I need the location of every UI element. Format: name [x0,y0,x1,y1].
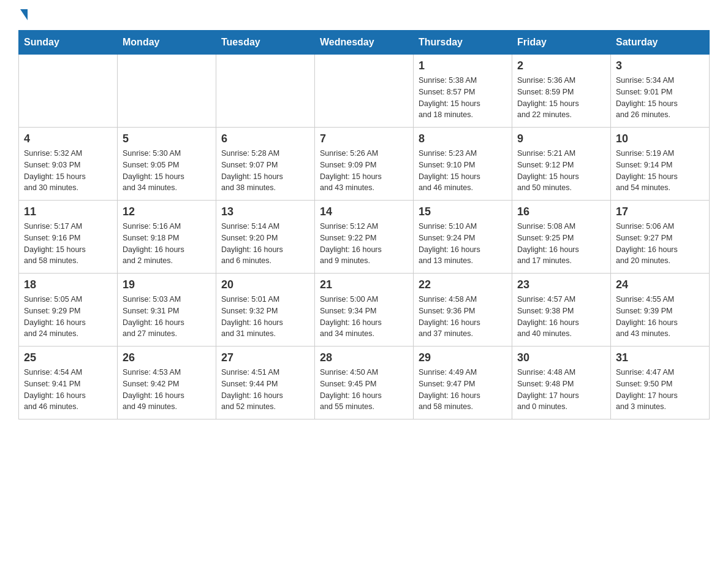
calendar-day-cell [19,55,118,128]
day-number: 3 [616,59,704,72]
day-info: Sunrise: 5:32 AMSunset: 9:03 PMDaylight:… [24,148,112,194]
calendar-day-cell: 3Sunrise: 5:34 AMSunset: 9:01 PMDaylight… [611,55,710,128]
day-number: 6 [221,132,309,145]
day-info: Sunrise: 5:10 AMSunset: 9:24 PMDaylight:… [419,221,507,267]
day-number: 23 [517,278,605,291]
day-number: 1 [419,59,507,72]
day-number: 24 [616,278,704,291]
day-number: 31 [616,351,704,364]
logo-triangle-icon [20,9,28,20]
calendar-day-cell: 9Sunrise: 5:21 AMSunset: 9:12 PMDaylight… [512,128,611,201]
calendar-day-cell: 20Sunrise: 5:01 AMSunset: 9:32 PMDayligh… [216,274,315,347]
day-info: Sunrise: 5:21 AMSunset: 9:12 PMDaylight:… [517,148,605,194]
day-info: Sunrise: 4:53 AMSunset: 9:42 PMDaylight:… [123,367,211,413]
calendar-day-cell: 24Sunrise: 4:55 AMSunset: 9:39 PMDayligh… [611,274,710,347]
calendar-day-cell: 5Sunrise: 5:30 AMSunset: 9:05 PMDaylight… [118,128,216,201]
calendar-day-cell [216,55,315,128]
day-info: Sunrise: 5:12 AMSunset: 9:22 PMDaylight:… [320,221,408,267]
day-number: 19 [123,278,211,291]
calendar-day-cell: 7Sunrise: 5:26 AMSunset: 9:09 PMDaylight… [315,128,414,201]
day-number: 18 [24,278,112,291]
day-info: Sunrise: 5:34 AMSunset: 9:01 PMDaylight:… [616,75,704,121]
calendar-day-cell: 11Sunrise: 5:17 AMSunset: 9:16 PMDayligh… [19,201,118,274]
day-number: 10 [616,132,704,145]
day-info: Sunrise: 4:55 AMSunset: 9:39 PMDaylight:… [616,294,704,340]
calendar-day-cell: 27Sunrise: 4:51 AMSunset: 9:44 PMDayligh… [216,347,315,419]
day-info: Sunrise: 4:51 AMSunset: 9:44 PMDaylight:… [221,367,309,413]
calendar-day-cell: 18Sunrise: 5:05 AMSunset: 9:29 PMDayligh… [19,274,118,347]
calendar-day-cell: 6Sunrise: 5:28 AMSunset: 9:07 PMDaylight… [216,128,315,201]
day-number: 29 [419,351,507,364]
day-number: 26 [123,351,211,364]
calendar-week-row: 4Sunrise: 5:32 AMSunset: 9:03 PMDaylight… [19,128,710,201]
page-header [18,12,710,18]
calendar-day-cell: 15Sunrise: 5:10 AMSunset: 9:24 PMDayligh… [414,201,512,274]
day-number: 20 [221,278,309,291]
day-info: Sunrise: 5:26 AMSunset: 9:09 PMDaylight:… [320,148,408,194]
day-number: 15 [419,205,507,218]
calendar-day-cell: 17Sunrise: 5:06 AMSunset: 9:27 PMDayligh… [611,201,710,274]
day-info: Sunrise: 5:01 AMSunset: 9:32 PMDaylight:… [221,294,309,340]
day-info: Sunrise: 5:17 AMSunset: 9:16 PMDaylight:… [24,221,112,267]
day-info: Sunrise: 4:54 AMSunset: 9:41 PMDaylight:… [24,367,112,413]
day-of-week-header: Friday [512,31,611,55]
day-info: Sunrise: 5:05 AMSunset: 9:29 PMDaylight:… [24,294,112,340]
day-number: 16 [517,205,605,218]
day-info: Sunrise: 5:23 AMSunset: 9:10 PMDaylight:… [419,148,507,194]
day-number: 21 [320,278,408,291]
calendar-day-cell: 21Sunrise: 5:00 AMSunset: 9:34 PMDayligh… [315,274,414,347]
day-info: Sunrise: 5:19 AMSunset: 9:14 PMDaylight:… [616,148,704,194]
calendar-day-cell: 29Sunrise: 4:49 AMSunset: 9:47 PMDayligh… [414,347,512,419]
day-of-week-header: Saturday [611,31,710,55]
day-number: 28 [320,351,408,364]
day-of-week-header: Wednesday [315,31,414,55]
calendar-day-cell: 1Sunrise: 5:38 AMSunset: 8:57 PMDaylight… [414,55,512,128]
day-info: Sunrise: 4:49 AMSunset: 9:47 PMDaylight:… [419,367,507,413]
day-number: 9 [517,132,605,145]
day-number: 8 [419,132,507,145]
day-of-week-header: Sunday [19,31,118,55]
calendar-day-cell: 23Sunrise: 4:57 AMSunset: 9:38 PMDayligh… [512,274,611,347]
calendar-day-cell: 12Sunrise: 5:16 AMSunset: 9:18 PMDayligh… [118,201,216,274]
day-number: 13 [221,205,309,218]
calendar-day-cell: 26Sunrise: 4:53 AMSunset: 9:42 PMDayligh… [118,347,216,419]
day-info: Sunrise: 5:16 AMSunset: 9:18 PMDaylight:… [123,221,211,267]
day-of-week-header: Thursday [414,31,512,55]
day-number: 30 [517,351,605,364]
day-number: 2 [517,59,605,72]
calendar-week-row: 11Sunrise: 5:17 AMSunset: 9:16 PMDayligh… [19,201,710,274]
calendar-day-cell: 16Sunrise: 5:08 AMSunset: 9:25 PMDayligh… [512,201,611,274]
day-info: Sunrise: 5:30 AMSunset: 9:05 PMDaylight:… [123,148,211,194]
day-number: 12 [123,205,211,218]
calendar-table: SundayMondayTuesdayWednesdayThursdayFrid… [18,30,710,419]
day-of-week-header: Monday [118,31,216,55]
day-info: Sunrise: 4:47 AMSunset: 9:50 PMDaylight:… [616,367,704,413]
day-number: 11 [24,205,112,218]
calendar-day-cell: 13Sunrise: 5:14 AMSunset: 9:20 PMDayligh… [216,201,315,274]
calendar-day-cell: 14Sunrise: 5:12 AMSunset: 9:22 PMDayligh… [315,201,414,274]
logo [18,12,28,18]
logo-text [18,12,28,20]
calendar-day-cell: 28Sunrise: 4:50 AMSunset: 9:45 PMDayligh… [315,347,414,419]
day-info: Sunrise: 5:14 AMSunset: 9:20 PMDaylight:… [221,221,309,267]
day-number: 22 [419,278,507,291]
day-of-week-header: Tuesday [216,31,315,55]
day-number: 17 [616,205,704,218]
day-info: Sunrise: 5:03 AMSunset: 9:31 PMDaylight:… [123,294,211,340]
day-number: 5 [123,132,211,145]
day-number: 4 [24,132,112,145]
calendar-day-cell: 31Sunrise: 4:47 AMSunset: 9:50 PMDayligh… [611,347,710,419]
calendar-header-row: SundayMondayTuesdayWednesdayThursdayFrid… [19,31,710,55]
day-info: Sunrise: 5:00 AMSunset: 9:34 PMDaylight:… [320,294,408,340]
calendar-day-cell [315,55,414,128]
calendar-day-cell: 25Sunrise: 4:54 AMSunset: 9:41 PMDayligh… [19,347,118,419]
day-info: Sunrise: 4:50 AMSunset: 9:45 PMDaylight:… [320,367,408,413]
day-info: Sunrise: 5:28 AMSunset: 9:07 PMDaylight:… [221,148,309,194]
calendar-day-cell: 22Sunrise: 4:58 AMSunset: 9:36 PMDayligh… [414,274,512,347]
calendar-day-cell: 4Sunrise: 5:32 AMSunset: 9:03 PMDaylight… [19,128,118,201]
calendar-week-row: 1Sunrise: 5:38 AMSunset: 8:57 PMDaylight… [19,55,710,128]
calendar-day-cell [118,55,216,128]
day-info: Sunrise: 5:08 AMSunset: 9:25 PMDaylight:… [517,221,605,267]
day-number: 27 [221,351,309,364]
calendar-week-row: 18Sunrise: 5:05 AMSunset: 9:29 PMDayligh… [19,274,710,347]
